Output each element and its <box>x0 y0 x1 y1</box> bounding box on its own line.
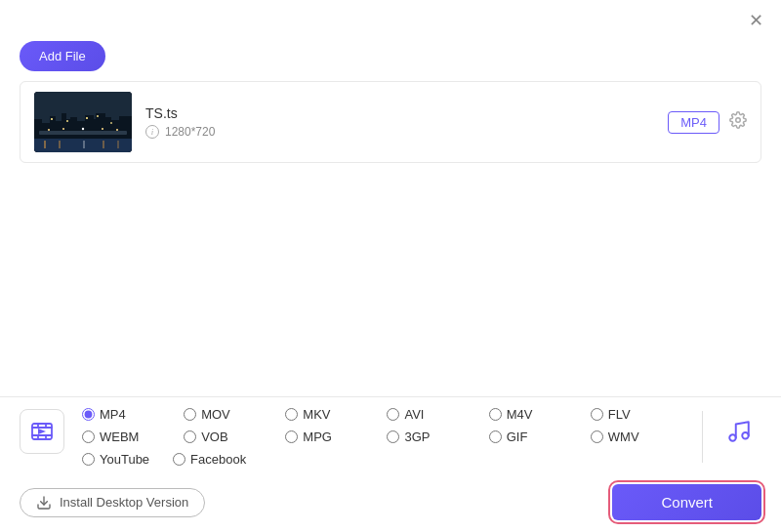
format-option-flv[interactable]: FLV <box>591 407 692 422</box>
footer-bar: Install Desktop Version Convert <box>0 476 781 532</box>
svg-rect-21 <box>103 141 104 148</box>
format-option-gif[interactable]: GIF <box>489 430 591 444</box>
content-area <box>0 163 781 368</box>
svg-rect-22 <box>117 141 119 148</box>
download-icon <box>36 495 52 511</box>
svg-point-41 <box>729 434 736 441</box>
format-badge[interactable]: MP4 <box>668 111 719 134</box>
format-selector: MP4 MOV MKV AVI M4V <box>0 397 781 476</box>
format-divider <box>702 411 703 463</box>
close-button[interactable]: ✕ <box>745 10 767 31</box>
svg-point-33 <box>736 117 741 122</box>
bottom-panel: MP4 MOV MKV AVI M4V <box>0 396 781 532</box>
format-option-avi[interactable]: AVI <box>387 407 488 422</box>
file-item: TS.ts i 1280*720 MP4 <box>21 82 760 162</box>
svg-point-42 <box>742 432 749 439</box>
file-name: TS.ts <box>145 105 668 121</box>
file-info: TS.ts i 1280*720 <box>145 105 668 139</box>
svg-rect-31 <box>97 115 99 117</box>
format-option-youtube[interactable]: YouTube <box>82 452 149 467</box>
settings-icon[interactable] <box>729 111 747 134</box>
svg-point-27 <box>116 129 118 131</box>
music-icon-box[interactable] <box>717 409 761 454</box>
format-option-mpg[interactable]: MPG <box>285 430 387 444</box>
format-row-1: MP4 MOV MKV AVI M4V <box>82 407 692 422</box>
info-icon: i <box>145 125 159 139</box>
svg-rect-30 <box>86 117 88 119</box>
format-option-mp4[interactable]: MP4 <box>82 407 184 422</box>
format-option-webm[interactable]: WEBM <box>82 430 184 444</box>
format-row-3: YouTube Facebook <box>82 452 692 467</box>
format-option-facebook[interactable]: Facebook <box>173 452 246 467</box>
svg-point-26 <box>102 128 103 130</box>
toolbar: Add File <box>0 37 781 81</box>
svg-rect-19 <box>59 141 61 148</box>
format-option-m4v[interactable]: M4V <box>489 407 591 422</box>
format-option-vob[interactable]: VOB <box>184 430 285 444</box>
svg-point-24 <box>62 128 64 130</box>
format-row-2: WEBM VOB MPG 3GP GIF <box>82 430 692 444</box>
svg-rect-28 <box>51 118 53 120</box>
format-option-3gp[interactable]: 3GP <box>387 430 488 444</box>
svg-rect-32 <box>110 122 112 124</box>
add-file-button[interactable]: Add File <box>20 41 105 71</box>
svg-point-23 <box>48 129 50 131</box>
video-icon-box[interactable] <box>20 409 64 454</box>
convert-button[interactable]: Convert <box>612 484 761 520</box>
svg-rect-18 <box>44 141 46 148</box>
svg-rect-20 <box>83 141 85 148</box>
format-option-mkv[interactable]: MKV <box>285 407 387 422</box>
svg-point-25 <box>82 128 84 130</box>
file-list: TS.ts i 1280*720 MP4 <box>20 81 761 163</box>
file-resolution: 1280*720 <box>165 125 215 139</box>
format-option-wmv[interactable]: WMV <box>591 430 692 444</box>
format-option-mov[interactable]: MOV <box>184 407 285 422</box>
svg-rect-29 <box>66 120 68 122</box>
install-label: Install Desktop Version <box>60 495 188 510</box>
svg-rect-17 <box>39 131 127 135</box>
format-options-container: MP4 MOV MKV AVI M4V <box>82 407 692 467</box>
install-desktop-button[interactable]: Install Desktop Version <box>20 488 205 517</box>
file-meta: i 1280*720 <box>145 125 668 139</box>
file-thumbnail <box>34 92 132 152</box>
title-bar: ✕ <box>0 0 781 37</box>
file-actions: MP4 <box>668 111 747 134</box>
